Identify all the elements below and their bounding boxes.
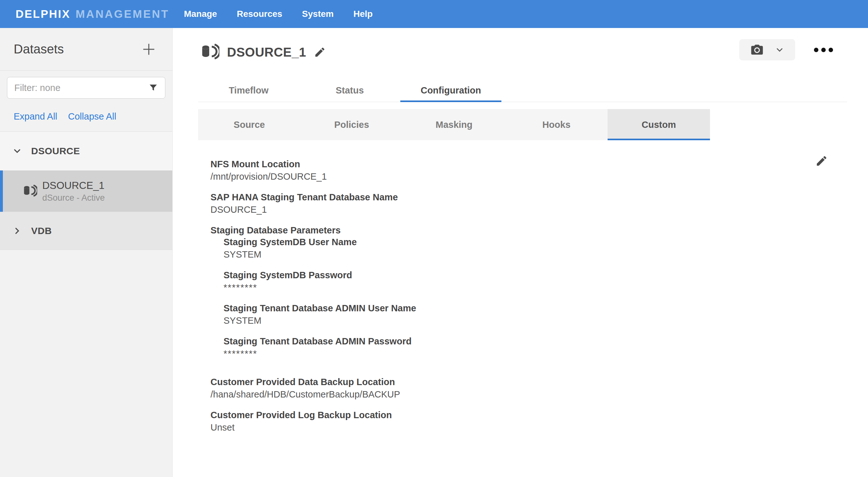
camera-icon: [750, 43, 764, 57]
delphix-management-app: DELPHIX MANAGEMENT Manage Resources Syst…: [0, 0, 868, 477]
add-dataset-button[interactable]: [140, 40, 158, 58]
ellipsis-icon: [829, 48, 833, 52]
config-field: Staging Tenant Database ADMIN User Name …: [223, 302, 416, 327]
sidebar-header: Datasets: [0, 28, 172, 70]
funnel-icon[interactable]: [149, 83, 158, 93]
config-field: SAP HANA Staging Tenant Database Name DS…: [211, 191, 416, 216]
dataset-filter-box[interactable]: [7, 77, 165, 98]
dataset-tabs: Timeflow Status Configuration: [198, 79, 847, 102]
ellipsis-icon: [814, 48, 818, 52]
sidebar-group: VDB: [0, 212, 172, 250]
config-field-value: ********: [223, 282, 416, 294]
subtab[interactable]: Source: [198, 109, 301, 140]
config-field-value: SYSTEM: [223, 249, 416, 261]
dsource-database-icon: [23, 184, 37, 199]
nav-menu-item[interactable]: System: [302, 0, 334, 28]
chevron-right-icon: [12, 226, 22, 236]
config-field-label: SAP HANA Staging Tenant Database Name: [211, 191, 416, 203]
chevron-down-icon[interactable]: [775, 45, 784, 55]
dataset-item-text: DSOURCE_1 dSource - Active: [42, 180, 105, 203]
sidebar-group-header[interactable]: DSOURCE: [0, 132, 172, 171]
subtab[interactable]: Masking: [403, 109, 505, 140]
chevron-down-icon: [12, 146, 22, 156]
config-field: Customer Provided Data Backup Location /…: [211, 376, 416, 400]
sidebar-group-items: DSOURCE_1 dSource - Active: [0, 171, 172, 212]
ellipsis-icon: [821, 48, 826, 52]
config-field: NFS Mount Location /mnt/provision/DSOURC…: [211, 158, 416, 182]
more-actions-button[interactable]: [814, 48, 833, 52]
dataset-tree: DSOURCE DSOURCE_1 dSource - Active: [0, 132, 172, 250]
tab[interactable]: Status: [299, 79, 400, 102]
config-field: Staging SystemDB Password ********: [223, 269, 416, 294]
sidebar-group: DSOURCE DSOURCE_1 dSource - Active: [0, 132, 172, 212]
snapshot-button[interactable]: [739, 39, 795, 60]
dataset-status: dSource - Active: [42, 193, 105, 203]
config-field-label: Staging SystemDB User Name: [223, 236, 416, 248]
config-field: Staging Database Parameters: [211, 225, 416, 236]
nav-menu-item[interactable]: Help: [353, 0, 373, 28]
sidebar-item-dataset[interactable]: DSOURCE_1 dSource - Active: [0, 171, 172, 212]
nav-menu-item[interactable]: Resources: [237, 0, 282, 28]
config-field-label: Customer Provided Log Backup Location: [211, 409, 416, 421]
sidebar-group-label: VDB: [31, 226, 52, 236]
brand-primary: DELPHIX: [16, 8, 70, 20]
plus-icon: [141, 41, 157, 58]
sidebar-tree-controls: Expand All Collapse All: [14, 111, 172, 122]
rename-dataset-button[interactable]: [314, 46, 326, 58]
config-field-label: Staging Database Parameters: [211, 225, 416, 236]
page-title: DSOURCE_1: [227, 45, 306, 59]
nav-menu-item[interactable]: Manage: [184, 0, 217, 28]
config-field-label: NFS Mount Location: [211, 158, 416, 170]
config-field-label: Staging SystemDB Password: [223, 269, 416, 281]
config-field: Staging Tenant Database ADMIN Password *…: [223, 335, 416, 360]
tab[interactable]: Configuration: [400, 79, 501, 102]
dataset-title-row: DSOURCE_1: [200, 42, 326, 62]
config-field: Staging SystemDB User Name SYSTEM: [223, 236, 416, 261]
top-nav-bar: DELPHIX MANAGEMENT Manage Resources Syst…: [0, 0, 868, 28]
config-field-label: Staging Tenant Database ADMIN Password: [223, 335, 416, 347]
subtab[interactable]: Custom: [608, 109, 710, 140]
pencil-icon: [314, 46, 326, 58]
dataset-name: DSOURCE_1: [42, 180, 105, 191]
datasets-sidebar: Datasets Expand All Collapse All: [0, 28, 173, 477]
brand-secondary: MANAGEMENT: [76, 8, 169, 20]
dsource-database-icon: [200, 42, 219, 62]
nav-menu: Manage Resources System Help: [184, 0, 373, 28]
config-field-value: /hana/shared/HDB/CustomerBackup/BACKUP: [211, 389, 416, 400]
app-logo: DELPHIX MANAGEMENT: [16, 8, 169, 20]
expand-all-link[interactable]: Expand All: [14, 111, 57, 122]
pencil-icon: [815, 154, 828, 167]
edit-custom-config-button[interactable]: [815, 154, 828, 167]
sidebar-group-label: DSOURCE: [31, 146, 80, 156]
main-content: DSOURCE_1 Timeflow St: [173, 28, 868, 477]
config-field-value: DSOURCE_1: [211, 204, 416, 216]
config-field-value: ********: [223, 348, 416, 360]
config-field: Customer Provided Log Backup Location Un…: [211, 409, 416, 434]
sidebar-group-header[interactable]: VDB: [0, 212, 172, 250]
config-field-value: /mnt/provision/DSOURCE_1: [211, 171, 416, 182]
dataset-filter-input[interactable]: [14, 83, 149, 93]
config-field-value: Unset: [211, 422, 416, 434]
config-field-label: Customer Provided Data Backup Location: [211, 376, 416, 388]
configuration-subtabs: Source Policies Masking Hooks Custom: [198, 109, 710, 140]
sidebar-title: Datasets: [14, 42, 64, 56]
subtab[interactable]: Hooks: [505, 109, 608, 140]
config-field-value: SYSTEM: [223, 315, 416, 327]
config-field-label: Staging Tenant Database ADMIN User Name: [223, 302, 416, 314]
custom-configuration-fields: NFS Mount Location /mnt/provision/DSOURC…: [211, 158, 416, 442]
tab[interactable]: Timeflow: [198, 79, 299, 102]
subtab[interactable]: Policies: [301, 109, 403, 140]
collapse-all-link[interactable]: Collapse All: [68, 111, 116, 122]
